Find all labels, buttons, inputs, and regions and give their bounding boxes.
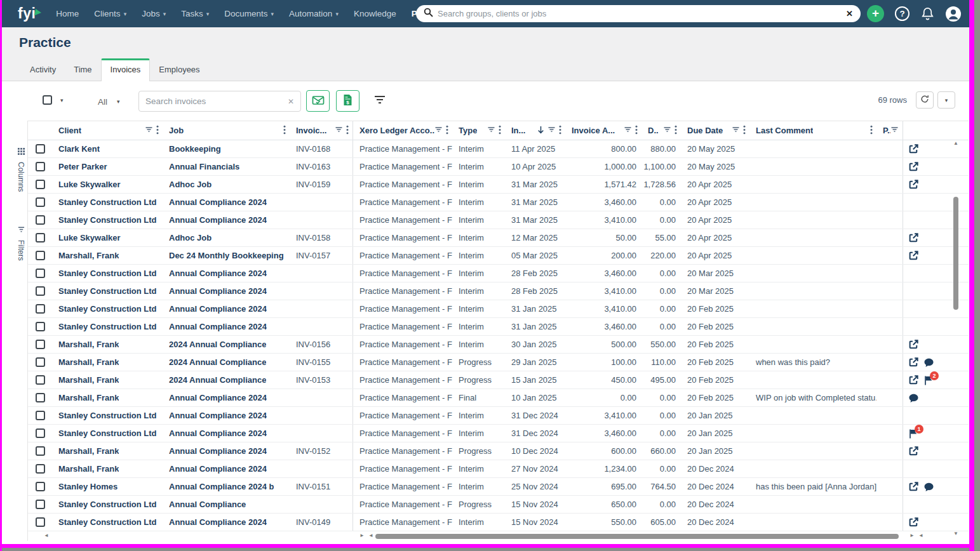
table-row[interactable]: Stanley Construction LtdAnnual Complianc… bbox=[28, 425, 969, 442]
client-link[interactable]: Stanley Homes bbox=[58, 482, 117, 491]
open-external-button[interactable] bbox=[908, 143, 919, 154]
row-checkbox[interactable] bbox=[36, 197, 45, 207]
client-link[interactable]: Stanley Construction Ltd bbox=[58, 500, 157, 509]
table-row[interactable]: Stanley Construction LtdAnnual Complianc… bbox=[28, 265, 969, 282]
column-menu-icon[interactable] bbox=[283, 125, 286, 136]
row-checkbox[interactable] bbox=[36, 340, 45, 349]
table-row[interactable]: Peter ParkerAnnual FinancialsINV-0163Pra… bbox=[28, 158, 969, 176]
table-row[interactable]: Clark KentBookkeepingINV-0168Practice Ma… bbox=[28, 140, 969, 158]
select-all-checkbox[interactable] bbox=[43, 95, 52, 105]
grid-options-button[interactable]: ▾ bbox=[937, 91, 955, 109]
filters-panel-toggle[interactable]: Filters bbox=[14, 224, 28, 261]
table-row[interactable]: Stanley Construction LtdAnnual Complianc… bbox=[28, 282, 969, 300]
nav-item-clients[interactable]: Clients▾ bbox=[86, 0, 134, 27]
nav-item-documents[interactable]: Documents▾ bbox=[217, 0, 281, 27]
client-link[interactable]: Stanley Construction Ltd bbox=[58, 197, 157, 207]
job-link[interactable]: Annual Compliance 2024 bbox=[169, 428, 267, 438]
client-link[interactable]: Stanley Construction Ltd bbox=[58, 286, 157, 296]
table-row[interactable]: Stanley Construction LtdAnnual Complianc… bbox=[28, 194, 969, 211]
job-link[interactable]: Annual Compliance 2024 bbox=[169, 464, 267, 474]
view-menu-button[interactable] bbox=[368, 90, 391, 112]
filter-icon[interactable] bbox=[547, 126, 556, 135]
job-link[interactable]: Annual Compliance 2024 bbox=[169, 286, 267, 296]
scroll-right-arrow[interactable]: ► bbox=[359, 533, 365, 538]
invoice-search-input[interactable] bbox=[145, 96, 288, 106]
table-row[interactable]: Marshall, Frank2024 Annual ComplianceINV… bbox=[28, 336, 969, 354]
job-link[interactable]: Annual Compliance 2024 b bbox=[169, 482, 274, 491]
row-checkbox[interactable] bbox=[36, 144, 45, 154]
open-external-button[interactable] bbox=[908, 375, 919, 385]
invoice-search[interactable]: ✕ bbox=[138, 91, 301, 112]
job-link[interactable]: Annual Compliance 2024 bbox=[169, 304, 267, 314]
row-checkbox[interactable] bbox=[36, 251, 45, 260]
chevron-down-icon[interactable]: ▾ bbox=[60, 97, 64, 103]
job-link[interactable]: 2024 Annual Compliance bbox=[169, 357, 266, 367]
column-menu-icon[interactable] bbox=[499, 125, 501, 136]
row-checkbox[interactable] bbox=[36, 464, 45, 474]
table-row[interactable]: Marshall, FrankDec 24 Monthly Bookkeepin… bbox=[28, 247, 969, 265]
row-checkbox[interactable] bbox=[36, 286, 45, 296]
tab-invoices[interactable]: Invoices bbox=[101, 58, 151, 81]
client-link[interactable]: Marshall, Frank bbox=[58, 357, 119, 367]
open-external-button[interactable] bbox=[908, 161, 919, 172]
table-row[interactable]: Marshall, FrankAnnual Compliance 2024Pra… bbox=[28, 389, 969, 407]
job-link[interactable]: Annual Compliance bbox=[169, 500, 246, 509]
open-external-button[interactable] bbox=[908, 517, 919, 528]
scroll-right-arrow[interactable]: ► bbox=[910, 533, 915, 538]
open-external-button[interactable] bbox=[908, 179, 919, 190]
job-link[interactable]: Annual Compliance 2024 bbox=[169, 197, 267, 207]
comment-icon[interactable] bbox=[923, 357, 934, 368]
row-checkbox[interactable] bbox=[36, 517, 45, 527]
hscroll-left[interactable]: ◄► bbox=[42, 531, 366, 541]
filter-icon[interactable] bbox=[487, 126, 495, 135]
job-link[interactable]: Annual Compliance 2024 bbox=[169, 215, 267, 225]
table-row[interactable]: Marshall, FrankAnnual Compliance 2024Pra… bbox=[28, 460, 969, 478]
client-link[interactable]: Stanley Construction Ltd bbox=[58, 411, 157, 420]
row-checkbox[interactable] bbox=[36, 162, 45, 171]
row-checkbox[interactable] bbox=[36, 180, 45, 189]
client-link[interactable]: Stanley Construction Ltd bbox=[58, 428, 157, 438]
job-link[interactable]: Annual Compliance 2024 bbox=[169, 393, 267, 402]
row-checkbox[interactable] bbox=[36, 375, 45, 385]
scroll-left-arrow[interactable]: ◄ bbox=[918, 533, 923, 538]
client-link[interactable]: Marshall, Frank bbox=[58, 375, 119, 385]
global-search-input[interactable] bbox=[438, 9, 846, 18]
job-link[interactable]: 2024 Annual Compliance bbox=[169, 375, 266, 385]
vertical-scrollbar[interactable]: ▲ ▼ bbox=[951, 141, 960, 536]
job-link[interactable]: Annual Compliance 2024 bbox=[169, 446, 267, 456]
scroll-down-arrow[interactable]: ▼ bbox=[953, 531, 958, 536]
scroll-left-arrow[interactable]: ◄ bbox=[44, 533, 49, 538]
client-link[interactable]: Luke Skywalker bbox=[58, 180, 121, 189]
job-link[interactable]: Annual Financials bbox=[169, 162, 239, 171]
row-checkbox[interactable] bbox=[36, 411, 45, 420]
column-menu-icon[interactable] bbox=[446, 125, 448, 136]
columns-panel-toggle[interactable]: Columns bbox=[14, 146, 28, 192]
job-link[interactable]: Adhoc Job bbox=[169, 180, 211, 189]
table-row[interactable]: Stanley Construction LtdAnnual Complianc… bbox=[28, 300, 969, 318]
client-link[interactable]: Luke Skywalker bbox=[58, 233, 121, 242]
table-row[interactable]: Stanley Construction LtdAnnual Complianc… bbox=[28, 496, 969, 514]
search-clear-icon[interactable]: ✕ bbox=[846, 9, 853, 18]
search-clear-icon[interactable]: ✕ bbox=[288, 97, 294, 106]
comment-icon[interactable] bbox=[923, 482, 934, 492]
nav-item-home[interactable]: Home bbox=[48, 0, 86, 27]
table-row[interactable]: Luke SkywalkerAdhoc JobINV-0159Practice … bbox=[28, 176, 969, 194]
column-menu-icon[interactable] bbox=[743, 125, 746, 136]
table-row[interactable]: Stanley HomesAnnual Compliance 2024 bINV… bbox=[28, 478, 969, 496]
row-checkbox[interactable] bbox=[36, 357, 45, 367]
table-row[interactable]: Stanley Construction LtdAnnual Complianc… bbox=[28, 514, 969, 531]
tab-activity[interactable]: Activity bbox=[21, 59, 65, 81]
row-checkbox[interactable] bbox=[36, 482, 45, 491]
help-icon[interactable]: ? bbox=[894, 6, 910, 22]
open-external-button[interactable] bbox=[908, 446, 919, 456]
column-menu-icon[interactable] bbox=[635, 125, 638, 136]
client-link[interactable]: Stanley Construction Ltd bbox=[58, 215, 157, 225]
client-link[interactable]: Marshall, Frank bbox=[58, 251, 119, 260]
table-row[interactable]: Stanley Construction LtdAnnual Complianc… bbox=[28, 211, 969, 229]
table-row[interactable]: Stanley Construction LtdAnnual Complianc… bbox=[28, 407, 969, 425]
column-menu-icon[interactable] bbox=[559, 125, 561, 136]
row-checkbox[interactable] bbox=[36, 500, 45, 509]
table-row[interactable]: Luke SkywalkerAdhoc JobINV-0158Practice … bbox=[28, 229, 969, 247]
nav-item-automation[interactable]: Automation▾ bbox=[281, 0, 346, 27]
row-checkbox[interactable] bbox=[36, 215, 45, 225]
